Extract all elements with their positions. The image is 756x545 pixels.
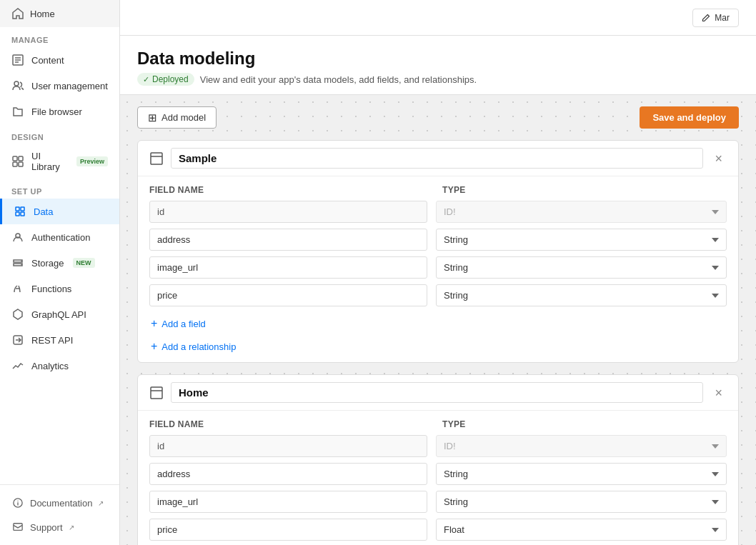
sidebar-item-data[interactable]: Data bbox=[0, 199, 119, 224]
sidebar-item-graphql[interactable]: GraphQL API bbox=[0, 301, 119, 327]
add-field-button-sample[interactable]: +Add a field bbox=[149, 312, 727, 335]
sidebar-item-content[interactable]: Content bbox=[0, 47, 119, 73]
svg-rect-12 bbox=[21, 212, 24, 216]
field-type-select-1-1[interactable]: ID!StringIntFloatBooleanID bbox=[436, 463, 727, 485]
content-icon bbox=[11, 54, 24, 66]
svg-rect-9 bbox=[16, 207, 19, 211]
documentation-label: Documentation bbox=[30, 498, 92, 509]
page-header: Data modeling Deployed View and edit you… bbox=[120, 36, 756, 95]
table-row: ID!StringIntFloatBooleanID bbox=[149, 435, 727, 457]
add-relationship-button-sample[interactable]: +Add a relationship bbox=[149, 335, 727, 362]
model-close-button-sample[interactable]: × bbox=[710, 151, 727, 166]
svg-rect-7 bbox=[13, 162, 17, 166]
fields-header-row: Field name Type bbox=[149, 185, 727, 195]
field-type-select-0-2[interactable]: ID!StringIntFloatBooleanID bbox=[436, 256, 727, 279]
add-model-icon: ⊞ bbox=[148, 112, 157, 123]
storage-new-badge: NEW bbox=[73, 258, 95, 268]
file-browser-label: File browser bbox=[31, 106, 82, 117]
fields-table-home: Field name Type ID!StringIntFloatBoolean… bbox=[138, 411, 738, 545]
file-browser-icon bbox=[11, 105, 24, 118]
toolbar-row: ⊞ Add model Save and deploy bbox=[137, 106, 739, 129]
add-model-label: Add model bbox=[161, 112, 206, 123]
page-title: Data modeling bbox=[137, 49, 739, 69]
field-type-select-1-2[interactable]: ID!StringIntFloatBooleanID bbox=[436, 491, 727, 513]
sidebar-item-analytics[interactable]: Analytics bbox=[0, 353, 119, 379]
sidebar-item-support[interactable]: Support ↗ bbox=[0, 515, 119, 539]
model-card-home: × Field name Type ID!StringIntFloatBoole… bbox=[137, 374, 739, 545]
table-row: ID!StringIntFloatBooleanID bbox=[149, 256, 727, 279]
svg-marker-16 bbox=[14, 309, 22, 319]
svg-rect-21 bbox=[151, 153, 162, 164]
field-type-select-0-0: ID!StringIntFloatBooleanID bbox=[436, 201, 727, 223]
svg-rect-23 bbox=[151, 387, 162, 399]
field-type-header: Type bbox=[442, 419, 727, 429]
analytics-icon bbox=[11, 359, 24, 372]
table-row: ID!StringIntFloatBooleanID bbox=[149, 491, 727, 513]
sidebar-item-authentication[interactable]: Authentication bbox=[0, 224, 119, 250]
user-management-label: User management bbox=[31, 81, 108, 91]
field-name-input-0-3[interactable] bbox=[149, 284, 427, 306]
field-name-input-0-0 bbox=[149, 201, 427, 223]
field-name-input-0-2[interactable] bbox=[149, 256, 427, 279]
svg-rect-10 bbox=[21, 207, 24, 211]
content-label: Content bbox=[31, 55, 64, 66]
user-management-icon bbox=[11, 79, 24, 92]
model-name-input-home[interactable] bbox=[171, 382, 703, 403]
svg-point-4 bbox=[14, 81, 19, 86]
storage-icon bbox=[11, 256, 24, 269]
rest-api-icon bbox=[11, 334, 24, 346]
sidebar-bottom: Documentation ↗ Support ↗ bbox=[0, 484, 119, 545]
sidebar-item-user-management[interactable]: User management bbox=[0, 73, 119, 99]
field-name-header: Field name bbox=[149, 419, 434, 429]
model-card-sample: × Field name Type ID!StringIntFloatBoole… bbox=[137, 140, 739, 363]
mar-button[interactable]: Mar bbox=[692, 9, 739, 27]
svg-rect-6 bbox=[19, 156, 23, 161]
sidebar-item-home[interactable]: Home bbox=[0, 0, 119, 27]
model-close-button-home[interactable]: × bbox=[710, 385, 727, 401]
manage-section: Manage bbox=[0, 27, 119, 47]
field-name-input-1-3[interactable] bbox=[149, 519, 427, 541]
sidebar-item-rest-api[interactable]: REST API bbox=[0, 327, 119, 353]
svg-point-15 bbox=[21, 264, 21, 265]
mar-button-label: Mar bbox=[715, 13, 730, 23]
sidebar: Home Manage Content User management File… bbox=[0, 0, 120, 545]
svg-rect-11 bbox=[16, 212, 19, 216]
field-type-select-1-0: ID!StringIntFloatBooleanID bbox=[436, 435, 727, 457]
field-type-select-1-3[interactable]: ID!StringIntFloatBooleanID bbox=[436, 519, 727, 541]
field-type-select-0-1[interactable]: ID!StringIntFloatBooleanID bbox=[436, 229, 727, 251]
model-name-input-sample[interactable] bbox=[171, 148, 703, 169]
field-name-input-0-1[interactable] bbox=[149, 229, 427, 251]
sidebar-item-storage[interactable]: Storage NEW bbox=[0, 250, 119, 276]
preview-badge: Preview bbox=[76, 156, 108, 166]
svg-rect-20 bbox=[14, 524, 22, 531]
table-row: ID!StringIntFloatBooleanID bbox=[149, 519, 727, 541]
rest-api-label: REST API bbox=[31, 335, 73, 346]
sidebar-item-file-browser[interactable]: File browser bbox=[0, 99, 119, 124]
graphql-icon bbox=[11, 308, 24, 321]
field-name-input-1-2[interactable] bbox=[149, 491, 427, 513]
sidebar-item-documentation[interactable]: Documentation ↗ bbox=[0, 491, 119, 515]
functions-icon bbox=[11, 282, 24, 295]
page-description: View and edit your app's data models, ad… bbox=[200, 74, 477, 85]
design-section: Design bbox=[0, 124, 119, 144]
add-model-button[interactable]: ⊞ Add model bbox=[137, 106, 217, 129]
field-name-header: Field name bbox=[149, 185, 434, 195]
sidebar-item-ui-library[interactable]: UI Library Preview bbox=[0, 144, 119, 179]
model-icon bbox=[149, 151, 164, 166]
model-header-home: × bbox=[138, 375, 738, 411]
storage-label: Storage bbox=[31, 258, 64, 269]
authentication-icon bbox=[11, 231, 24, 244]
page-meta: Deployed View and edit your app's data m… bbox=[137, 73, 739, 86]
field-name-input-1-1[interactable] bbox=[149, 463, 427, 485]
field-type-select-0-3[interactable]: ID!StringIntFloatBooleanID bbox=[436, 284, 727, 306]
sidebar-item-functions[interactable]: Functions bbox=[0, 276, 119, 301]
support-ext-icon: ↗ bbox=[69, 524, 74, 531]
data-label: Data bbox=[34, 206, 53, 217]
add-relationship-label: Add a relationship bbox=[161, 341, 236, 352]
save-deploy-button[interactable]: Save and deploy bbox=[640, 106, 739, 129]
home-label: Home bbox=[30, 9, 55, 19]
functions-label: Functions bbox=[31, 284, 71, 294]
edit-icon bbox=[702, 14, 710, 22]
plus-icon: + bbox=[151, 318, 157, 329]
fields-table-sample: Field name Type ID!StringIntFloatBoolean… bbox=[138, 176, 738, 362]
